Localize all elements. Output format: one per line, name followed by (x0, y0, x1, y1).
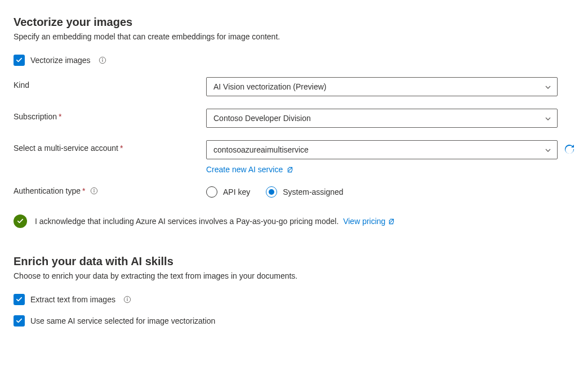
svg-point-7 (127, 298, 128, 299)
account-select-value: contosoazureaimultiservice (213, 145, 309, 154)
enrich-subtitle: Choose to enrich your data by extracting… (14, 271, 574, 280)
auth-radio-apikey-label: API key (223, 187, 250, 196)
auth-radio-apikey[interactable]: API key (206, 186, 250, 198)
enrich-title: Enrich your data with AI skills (14, 255, 574, 268)
kind-row: Kind AI Vision vectorization (Preview) (14, 77, 574, 96)
acknowledge-text: I acknowledge that including Azure AI se… (35, 217, 395, 226)
subscription-select-value: Contoso Developer Division (213, 114, 311, 123)
create-ai-service-link[interactable]: Create new AI service (206, 165, 576, 174)
check-icon (15, 56, 23, 64)
view-pricing-link[interactable]: View pricing (343, 217, 395, 226)
extract-text-label: Extract text from images (30, 295, 115, 304)
required-indicator: * (59, 112, 61, 121)
subscription-label: Subscription* (14, 109, 206, 121)
info-icon[interactable] (90, 187, 98, 195)
auth-label: Authentication type* (14, 186, 206, 195)
subscription-select[interactable]: Contoso Developer Division (206, 109, 558, 128)
radio-unchecked-icon (206, 186, 217, 198)
info-icon[interactable] (123, 296, 131, 303)
check-icon (15, 317, 23, 325)
account-row: Select a multi-service account* contosoa… (14, 140, 574, 174)
svg-rect-5 (93, 190, 94, 193)
chevron-down-icon (545, 83, 551, 90)
svg-rect-8 (127, 299, 127, 301)
chevron-down-icon (545, 146, 551, 153)
account-select[interactable]: contosoazureaimultiservice (206, 140, 558, 159)
check-icon (15, 296, 23, 303)
svg-point-4 (93, 189, 95, 190)
required-indicator: * (82, 186, 85, 195)
kind-label: Kind (14, 77, 206, 90)
kind-select[interactable]: AI Vision vectorization (Preview) (206, 77, 558, 96)
vectorize-images-label: Vectorize images (30, 56, 91, 65)
vectorize-images-checkbox-row: Vectorize images (14, 55, 574, 66)
external-link-icon (387, 218, 395, 225)
info-icon[interactable] (99, 56, 106, 64)
account-label: Select a multi-service account* (14, 140, 206, 153)
svg-point-1 (102, 59, 103, 60)
vectorize-images-checkbox[interactable] (14, 55, 25, 66)
refresh-button[interactable] (563, 144, 576, 156)
vectorize-title: Vectorize your images (14, 16, 574, 29)
kind-select-value: AI Vision vectorization (Preview) (213, 82, 326, 91)
external-link-icon (286, 166, 293, 173)
auth-radio-group: API key System-assigned (206, 186, 574, 198)
extract-text-checkbox-row: Extract text from images (14, 294, 574, 305)
same-service-label: Use same AI service selected for image v… (30, 316, 215, 325)
extract-text-checkbox[interactable] (14, 294, 25, 305)
vectorize-subtitle: Specify an embedding model that can crea… (14, 32, 574, 41)
auth-radio-system[interactable]: System-assigned (266, 186, 343, 198)
subscription-row: Subscription* Contoso Developer Division (14, 109, 574, 128)
required-indicator: * (120, 144, 123, 153)
auth-row: Authentication type* API key System-assi… (14, 186, 574, 198)
same-service-checkbox-row: Use same AI service selected for image v… (14, 315, 574, 327)
same-service-checkbox[interactable] (14, 315, 25, 327)
acknowledge-row: I acknowledge that including Azure AI se… (14, 214, 574, 228)
svg-rect-2 (102, 60, 103, 62)
auth-radio-system-label: System-assigned (283, 187, 343, 196)
radio-checked-icon (266, 186, 277, 198)
chevron-down-icon (545, 115, 551, 122)
success-check-icon (14, 214, 27, 228)
